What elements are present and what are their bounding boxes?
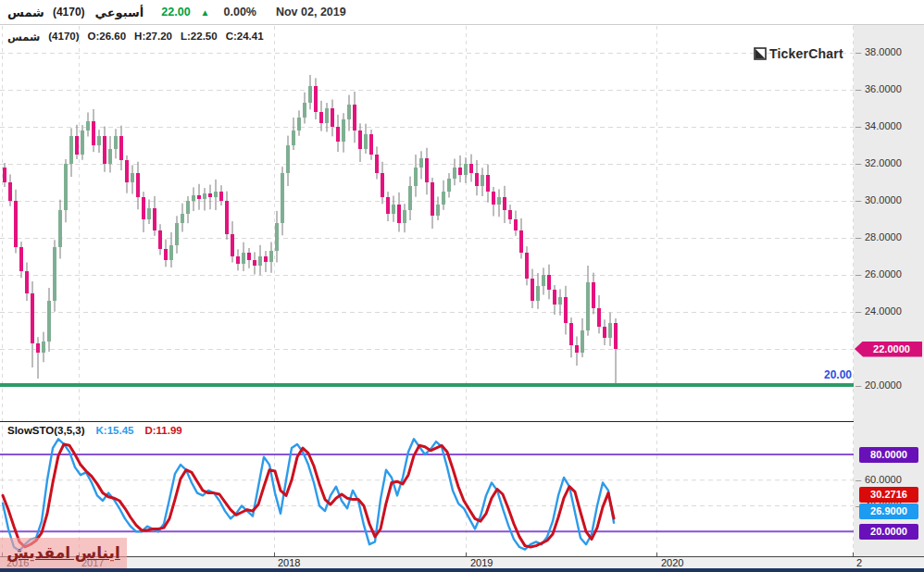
indicator-k-value: K:15.45 — [96, 425, 134, 436]
price-axis-label: 32.0000 — [865, 157, 902, 168]
watermark-text: ايناس امقديش — [6, 543, 120, 563]
current-price-badge: 22.0000 — [855, 342, 922, 357]
info-symbol: شمس — [7, 31, 40, 44]
timeframe-label: أسبوعي — [95, 6, 144, 19]
price-axis[interactable]: 38.000036.000034.000032.000030.000028.00… — [854, 25, 924, 568]
tickerchart-logo-icon — [754, 47, 767, 60]
watermark: ايناس امقديش — [0, 538, 127, 568]
symbol-name: شمس — [7, 6, 44, 19]
sto-value-badge: 80.0000 — [859, 447, 918, 463]
change-percent: 0.00% — [224, 6, 256, 19]
date-label: Nov 02, 2019 — [276, 6, 346, 19]
sto-axis-label: 60.0000 — [865, 474, 902, 485]
ohlc-info-line: شمس (4170) O:26.60 H:27.20 L:22.50 C:24.… — [7, 31, 264, 44]
sto-value-badge: 26.9000 — [859, 504, 918, 519]
tickerchart-app: شمس (4170) أسبوعي 22.00 ▲ 0.00% Nov 02, … — [0, 0, 924, 572]
year-label: 2 — [856, 557, 862, 568]
tickerchart-logo-text: TickerChart — [769, 46, 843, 61]
year-label: 2018 — [278, 557, 300, 568]
info-high: H:27.20 — [134, 31, 172, 44]
info-open: O:26.60 — [88, 31, 127, 44]
price-axis-label: 26.0000 — [865, 268, 902, 280]
sto-value-badge: 30.2716 — [859, 487, 918, 503]
symbol-code: (4170) — [53, 6, 85, 19]
price-axis-label: 30.0000 — [865, 194, 902, 205]
price-axis-label: 34.0000 — [865, 120, 902, 131]
year-label: 2019 — [470, 557, 493, 568]
indicator-header: SlowSTO(3,5,3) K:15.45 D:11.99 — [7, 425, 182, 436]
indicator-title: SlowSTO(3,5,3) — [7, 425, 85, 436]
indicator-d-value: D:11.99 — [144, 425, 181, 436]
time-axis[interactable]: 201620172018201920202 — [0, 556, 924, 568]
bottom-bar — [0, 568, 924, 572]
year-label: 2020 — [661, 557, 683, 568]
panel-separator — [0, 421, 854, 422]
sto-value-badge: 20.0000 — [859, 524, 918, 540]
info-low: L:22.50 — [181, 31, 218, 44]
price-axis-label: 28.0000 — [865, 231, 902, 242]
last-price: 22.00 — [161, 6, 190, 19]
up-triangle-icon: ▲ — [201, 7, 210, 18]
price-axis-label: 20.0000 — [865, 379, 902, 391]
price-axis-label: 38.0000 — [865, 46, 902, 57]
info-code: (4170) — [48, 31, 79, 44]
info-close: C:24.41 — [226, 31, 264, 44]
chart-canvas[interactable] — [0, 0, 924, 572]
price-axis-label: 24.0000 — [865, 305, 902, 317]
top-bar: شمس (4170) أسبوعي 22.00 ▲ 0.00% Nov 02, … — [0, 0, 924, 25]
support-line-label: 20.00 — [824, 368, 852, 381]
tickerchart-logo: TickerChart — [754, 46, 843, 61]
price-axis-label: 36.0000 — [865, 83, 902, 94]
